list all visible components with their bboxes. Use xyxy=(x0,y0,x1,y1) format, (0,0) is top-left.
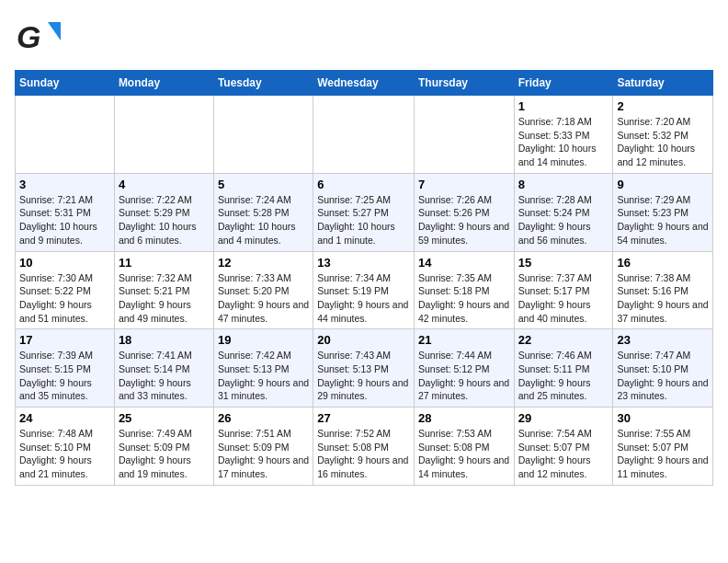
calendar-day-cell: 20Sunrise: 7:43 AM Sunset: 5:13 PM Dayli… xyxy=(313,329,415,408)
calendar-day-cell: 12Sunrise: 7:33 AM Sunset: 5:20 PM Dayli… xyxy=(213,251,313,329)
column-header-monday: Monday xyxy=(114,71,213,96)
calendar-day-cell xyxy=(16,96,115,174)
day-info: Sunrise: 7:46 AM Sunset: 5:11 PM Dayligh… xyxy=(518,349,609,403)
day-info: Sunrise: 7:41 AM Sunset: 5:14 PM Dayligh… xyxy=(119,349,210,403)
day-number: 2 xyxy=(617,99,709,113)
day-info: Sunrise: 7:34 AM Sunset: 5:19 PM Dayligh… xyxy=(317,271,410,326)
day-info: Sunrise: 7:30 AM Sunset: 5:22 PM Dayligh… xyxy=(19,271,110,326)
calendar-day-cell: 3Sunrise: 7:21 AM Sunset: 5:31 PM Daylig… xyxy=(16,173,115,251)
calendar-day-cell: 21Sunrise: 7:44 AM Sunset: 5:12 PM Dayli… xyxy=(414,329,514,408)
calendar-day-cell: 10Sunrise: 7:30 AM Sunset: 5:22 PM Dayli… xyxy=(16,251,115,329)
day-number: 15 xyxy=(518,256,609,270)
column-header-saturday: Saturday xyxy=(613,71,713,96)
day-info: Sunrise: 7:33 AM Sunset: 5:20 PM Dayligh… xyxy=(218,271,309,326)
day-info: Sunrise: 7:55 AM Sunset: 5:07 PM Dayligh… xyxy=(617,427,709,481)
day-number: 21 xyxy=(418,333,510,347)
day-number: 9 xyxy=(617,178,709,191)
day-info: Sunrise: 7:39 AM Sunset: 5:15 PM Dayligh… xyxy=(19,349,110,403)
calendar-header-row: SundayMondayTuesdayWednesdayThursdayFrid… xyxy=(16,71,713,96)
calendar-day-cell: 8Sunrise: 7:28 AM Sunset: 5:24 PM Daylig… xyxy=(514,173,613,251)
calendar-day-cell: 7Sunrise: 7:26 AM Sunset: 5:26 PM Daylig… xyxy=(414,173,514,251)
day-info: Sunrise: 7:42 AM Sunset: 5:13 PM Dayligh… xyxy=(218,349,309,403)
calendar-day-cell xyxy=(313,96,415,174)
calendar-day-cell: 17Sunrise: 7:39 AM Sunset: 5:15 PM Dayli… xyxy=(16,329,115,408)
day-number: 17 xyxy=(19,333,110,347)
day-number: 27 xyxy=(317,411,410,425)
calendar-day-cell: 14Sunrise: 7:35 AM Sunset: 5:18 PM Dayli… xyxy=(414,251,514,329)
day-info: Sunrise: 7:35 AM Sunset: 5:18 PM Dayligh… xyxy=(418,271,510,326)
calendar-week-row: 10Sunrise: 7:30 AM Sunset: 5:22 PM Dayli… xyxy=(16,251,713,329)
calendar-week-row: 1Sunrise: 7:18 AM Sunset: 5:33 PM Daylig… xyxy=(16,96,713,174)
day-info: Sunrise: 7:24 AM Sunset: 5:28 PM Dayligh… xyxy=(218,193,309,247)
logo-icon: G xyxy=(15,15,63,63)
calendar-day-cell: 22Sunrise: 7:46 AM Sunset: 5:11 PM Dayli… xyxy=(514,329,613,408)
logo: G xyxy=(15,15,66,63)
calendar-day-cell: 27Sunrise: 7:52 AM Sunset: 5:08 PM Dayli… xyxy=(313,408,415,486)
day-number: 3 xyxy=(19,178,110,191)
day-number: 12 xyxy=(218,256,309,270)
svg-marker-1 xyxy=(48,22,61,40)
day-number: 14 xyxy=(418,256,510,270)
day-info: Sunrise: 7:38 AM Sunset: 5:16 PM Dayligh… xyxy=(617,271,709,326)
day-number: 26 xyxy=(218,411,309,425)
day-info: Sunrise: 7:48 AM Sunset: 5:10 PM Dayligh… xyxy=(19,427,110,481)
day-number: 23 xyxy=(617,333,709,347)
day-number: 4 xyxy=(119,178,210,191)
day-info: Sunrise: 7:51 AM Sunset: 5:09 PM Dayligh… xyxy=(218,427,309,481)
calendar-day-cell: 28Sunrise: 7:53 AM Sunset: 5:08 PM Dayli… xyxy=(414,408,514,486)
calendar-day-cell: 30Sunrise: 7:55 AM Sunset: 5:07 PM Dayli… xyxy=(613,408,713,486)
day-number: 24 xyxy=(19,411,110,425)
day-number: 19 xyxy=(218,333,309,347)
day-info: Sunrise: 7:49 AM Sunset: 5:09 PM Dayligh… xyxy=(119,427,210,481)
calendar-day-cell: 5Sunrise: 7:24 AM Sunset: 5:28 PM Daylig… xyxy=(213,173,313,251)
day-info: Sunrise: 7:18 AM Sunset: 5:33 PM Dayligh… xyxy=(518,115,609,169)
calendar-day-cell: 1Sunrise: 7:18 AM Sunset: 5:33 PM Daylig… xyxy=(514,96,613,174)
day-number: 29 xyxy=(518,411,609,425)
svg-text:G: G xyxy=(17,19,40,54)
column-header-tuesday: Tuesday xyxy=(213,71,313,96)
column-header-thursday: Thursday xyxy=(414,71,514,96)
day-info: Sunrise: 7:37 AM Sunset: 5:17 PM Dayligh… xyxy=(518,271,609,326)
day-number: 1 xyxy=(518,99,609,113)
day-number: 13 xyxy=(317,256,410,270)
calendar-day-cell: 11Sunrise: 7:32 AM Sunset: 5:21 PM Dayli… xyxy=(114,251,213,329)
calendar-day-cell: 24Sunrise: 7:48 AM Sunset: 5:10 PM Dayli… xyxy=(16,408,115,486)
day-info: Sunrise: 7:21 AM Sunset: 5:31 PM Dayligh… xyxy=(19,193,110,247)
day-number: 22 xyxy=(518,333,609,347)
calendar-day-cell xyxy=(114,96,213,174)
calendar-day-cell xyxy=(213,96,313,174)
calendar-day-cell: 26Sunrise: 7:51 AM Sunset: 5:09 PM Dayli… xyxy=(213,408,313,486)
day-number: 28 xyxy=(418,411,510,425)
column-header-sunday: Sunday xyxy=(16,71,115,96)
calendar-week-row: 24Sunrise: 7:48 AM Sunset: 5:10 PM Dayli… xyxy=(16,408,713,486)
calendar-day-cell: 18Sunrise: 7:41 AM Sunset: 5:14 PM Dayli… xyxy=(114,329,213,408)
calendar-day-cell: 16Sunrise: 7:38 AM Sunset: 5:16 PM Dayli… xyxy=(613,251,713,329)
day-number: 6 xyxy=(317,178,410,191)
calendar-day-cell: 4Sunrise: 7:22 AM Sunset: 5:29 PM Daylig… xyxy=(114,173,213,251)
calendar-week-row: 17Sunrise: 7:39 AM Sunset: 5:15 PM Dayli… xyxy=(16,329,713,408)
day-info: Sunrise: 7:22 AM Sunset: 5:29 PM Dayligh… xyxy=(119,193,210,247)
calendar-day-cell xyxy=(414,96,514,174)
day-info: Sunrise: 7:43 AM Sunset: 5:13 PM Dayligh… xyxy=(317,349,410,403)
day-number: 18 xyxy=(119,333,210,347)
day-number: 25 xyxy=(119,411,210,425)
calendar-day-cell: 23Sunrise: 7:47 AM Sunset: 5:10 PM Dayli… xyxy=(613,329,713,408)
calendar-day-cell: 19Sunrise: 7:42 AM Sunset: 5:13 PM Dayli… xyxy=(213,329,313,408)
calendar-week-row: 3Sunrise: 7:21 AM Sunset: 5:31 PM Daylig… xyxy=(16,173,713,251)
day-info: Sunrise: 7:54 AM Sunset: 5:07 PM Dayligh… xyxy=(518,427,609,481)
day-number: 7 xyxy=(418,178,510,191)
day-info: Sunrise: 7:44 AM Sunset: 5:12 PM Dayligh… xyxy=(418,349,510,403)
day-info: Sunrise: 7:25 AM Sunset: 5:27 PM Dayligh… xyxy=(317,193,410,247)
day-number: 20 xyxy=(317,333,410,347)
calendar-day-cell: 2Sunrise: 7:20 AM Sunset: 5:32 PM Daylig… xyxy=(613,96,713,174)
day-number: 16 xyxy=(617,256,709,270)
day-number: 30 xyxy=(617,411,709,425)
page-header: G xyxy=(15,15,713,63)
day-info: Sunrise: 7:26 AM Sunset: 5:26 PM Dayligh… xyxy=(418,193,510,247)
day-number: 5 xyxy=(218,178,309,191)
day-info: Sunrise: 7:28 AM Sunset: 5:24 PM Dayligh… xyxy=(518,193,609,247)
column-header-friday: Friday xyxy=(514,71,613,96)
day-number: 8 xyxy=(518,178,609,191)
day-info: Sunrise: 7:32 AM Sunset: 5:21 PM Dayligh… xyxy=(119,271,210,326)
day-info: Sunrise: 7:47 AM Sunset: 5:10 PM Dayligh… xyxy=(617,349,709,403)
